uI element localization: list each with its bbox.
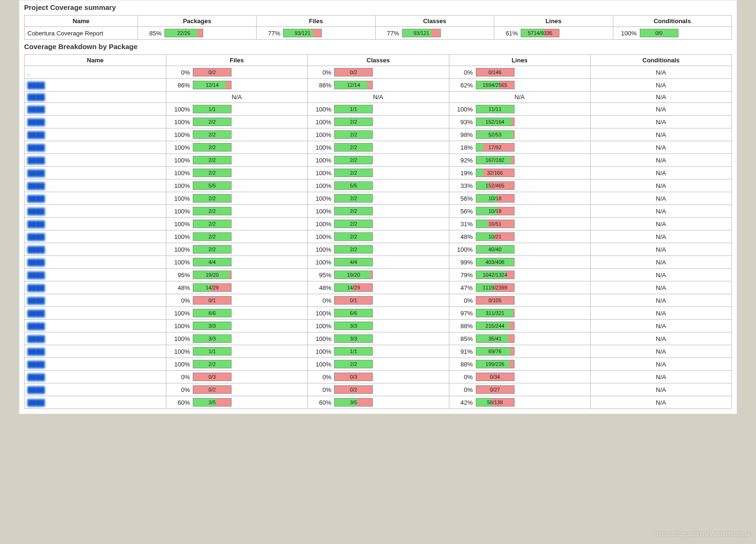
table-row: ████100%2/2100%2/293%152/164N/A bbox=[25, 116, 732, 128]
lines-cell: 47%1119/2399 bbox=[449, 281, 590, 294]
coverage-bar: 11/11 bbox=[476, 105, 515, 113]
package-link[interactable]: ████ bbox=[27, 348, 45, 355]
files-cell: 0%0/3 bbox=[166, 371, 308, 383]
package-link[interactable]: ████ bbox=[27, 119, 45, 126]
package-name-cell[interactable]: ████ bbox=[25, 79, 166, 92]
package-name-cell[interactable]: ████ bbox=[25, 332, 166, 345]
conditionals-cell: N/A bbox=[590, 256, 731, 269]
package-name-cell[interactable]: ████ bbox=[25, 167, 166, 179]
files-cell: 100%4/4 bbox=[166, 256, 308, 269]
package-name-cell[interactable]: ████ bbox=[25, 218, 166, 230]
package-link[interactable]: ████ bbox=[27, 335, 45, 342]
classes-cell: 100%4/4 bbox=[308, 256, 449, 269]
lines-cell: 0%0/146 bbox=[449, 66, 590, 79]
package-link[interactable]: ████ bbox=[27, 386, 45, 393]
package-link[interactable]: ████ bbox=[27, 82, 45, 89]
files-cell: 100%2/2 bbox=[166, 192, 308, 205]
classes-cell: 100%2/2 bbox=[308, 230, 449, 243]
package-link[interactable]: ████ bbox=[27, 323, 45, 330]
package-link[interactable]: ████ bbox=[27, 131, 45, 138]
package-name-cell[interactable]: ████ bbox=[25, 205, 166, 218]
package-name-cell[interactable]: ████ bbox=[25, 128, 166, 141]
table-row: ████100%2/2100%2/218%17/92N/A bbox=[25, 141, 732, 154]
package-name-cell[interactable]: ████ bbox=[25, 269, 166, 281]
summary-metric-cell: 77%93/121 bbox=[375, 27, 494, 40]
classes-cell: 86%12/14 bbox=[308, 79, 449, 92]
package-name-cell[interactable]: ████ bbox=[25, 179, 166, 192]
package-name-cell[interactable]: ████ bbox=[25, 103, 166, 116]
package-link[interactable]: ████ bbox=[27, 208, 45, 215]
package-name-cell[interactable]: ████ bbox=[25, 358, 166, 371]
coverage-bar: 1/1 bbox=[193, 105, 232, 113]
package-name-cell[interactable]: ████ bbox=[25, 307, 166, 320]
package-link[interactable]: ████ bbox=[27, 284, 45, 291]
package-name-cell[interactable]: ████ bbox=[25, 243, 166, 256]
classes-cell: 100%2/2 bbox=[308, 154, 449, 167]
package-link[interactable]: ████ bbox=[27, 233, 45, 240]
package-link[interactable]: ████ bbox=[27, 94, 45, 101]
summary-name-cell: Cobertura Coverage Report bbox=[25, 27, 138, 40]
classes-cell: 100%2/2 bbox=[308, 243, 449, 256]
package-link[interactable]: ████ bbox=[27, 297, 45, 304]
coverage-bar: 3/3 bbox=[334, 334, 373, 343]
coverage-bar: 2/2 bbox=[193, 169, 232, 177]
lines-cell: 0%0/34 bbox=[449, 371, 590, 383]
classes-cell: 100%2/2 bbox=[308, 116, 449, 128]
package-name-cell[interactable]: ████ bbox=[25, 396, 166, 409]
package-name-cell[interactable]: ████ bbox=[25, 116, 166, 128]
package-name-cell[interactable]: . bbox=[25, 66, 166, 79]
summary-header: Conditionals bbox=[613, 16, 731, 27]
package-name-cell[interactable]: ████ bbox=[25, 383, 166, 396]
table-row: ████0%0/20%0/20%0/27N/A bbox=[25, 383, 732, 396]
coverage-bar: 2/2 bbox=[193, 118, 232, 126]
package-name-cell[interactable]: ████ bbox=[25, 141, 166, 154]
package-link[interactable]: ████ bbox=[27, 361, 45, 368]
lines-cell: 33%152/465 bbox=[449, 179, 590, 192]
coverage-bar: 2/2 bbox=[334, 143, 373, 152]
package-link[interactable]: ████ bbox=[27, 246, 45, 253]
package-link[interactable]: ████ bbox=[27, 272, 45, 279]
breakdown-table: NameFilesClassesLinesConditionals .0%0/2… bbox=[24, 54, 732, 409]
summary-metric-cell: 100%0/0 bbox=[613, 27, 731, 40]
package-name-cell[interactable]: ████ bbox=[25, 192, 166, 205]
package-link[interactable]: . bbox=[27, 69, 29, 76]
package-name-cell[interactable]: ████ bbox=[25, 230, 166, 243]
package-link[interactable]: ████ bbox=[27, 259, 45, 266]
summary-metric-cell: 77%93/121 bbox=[257, 27, 375, 40]
classes-cell: 0%0/1 bbox=[308, 294, 449, 307]
package-link[interactable]: ████ bbox=[27, 157, 45, 164]
files-cell: 100%1/1 bbox=[166, 345, 308, 358]
package-link[interactable]: ████ bbox=[27, 221, 45, 228]
coverage-bar: 2/2 bbox=[193, 245, 232, 254]
lines-cell: 100%40/40 bbox=[449, 243, 590, 256]
package-name-cell[interactable]: ████ bbox=[25, 294, 166, 307]
package-name-cell[interactable]: ████ bbox=[25, 92, 166, 103]
coverage-bar: 16/51 bbox=[476, 220, 515, 228]
coverage-bar: 6/6 bbox=[193, 309, 232, 317]
package-name-cell[interactable]: ████ bbox=[25, 371, 166, 383]
package-link[interactable]: ████ bbox=[27, 374, 45, 381]
conditionals-cell: N/A bbox=[590, 281, 731, 294]
package-name-cell[interactable]: ████ bbox=[25, 154, 166, 167]
package-link[interactable]: ████ bbox=[27, 144, 45, 151]
conditionals-cell: N/A bbox=[590, 396, 731, 409]
package-link[interactable]: ████ bbox=[27, 399, 45, 406]
files-cell: 100%2/2 bbox=[166, 167, 308, 179]
package-name-cell[interactable]: ████ bbox=[25, 345, 166, 358]
coverage-bar: 2/2 bbox=[334, 169, 373, 177]
package-name-cell[interactable]: ████ bbox=[25, 320, 166, 332]
coverage-bar: 403/408 bbox=[476, 258, 515, 266]
conditionals-cell: N/A bbox=[590, 307, 731, 320]
package-link[interactable]: ████ bbox=[27, 106, 45, 113]
conditionals-cell: N/A bbox=[590, 167, 731, 179]
coverage-bar: 0/2 bbox=[193, 68, 232, 76]
package-link[interactable]: ████ bbox=[27, 182, 45, 189]
package-name-cell[interactable]: ████ bbox=[25, 281, 166, 294]
breakdown-title: Coverage Breakdown by Package bbox=[24, 42, 732, 51]
package-name-cell[interactable]: ████ bbox=[25, 256, 166, 269]
lines-cell: 19%32/166 bbox=[449, 167, 590, 179]
coverage-bar: 2/2 bbox=[193, 232, 232, 241]
package-link[interactable]: ████ bbox=[27, 195, 45, 202]
package-link[interactable]: ████ bbox=[27, 310, 45, 317]
package-link[interactable]: ████ bbox=[27, 170, 45, 177]
